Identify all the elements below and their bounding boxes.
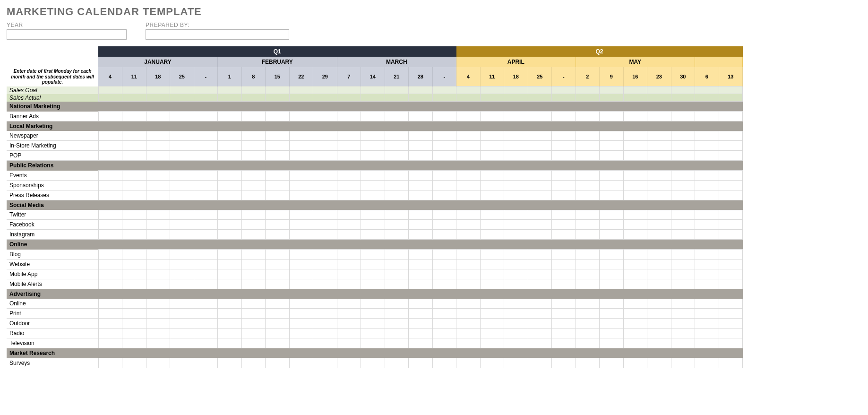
grid-cell[interactable]: [623, 259, 647, 269]
grid-cell[interactable]: [337, 319, 361, 329]
grid-cell[interactable]: [122, 269, 146, 279]
grid-cell[interactable]: [289, 131, 313, 141]
grid-cell[interactable]: [719, 250, 743, 259]
grid-cell[interactable]: [480, 279, 504, 289]
grid-cell[interactable]: [194, 151, 218, 161]
grid-cell[interactable]: [241, 250, 266, 259]
grid-cell[interactable]: [170, 279, 194, 289]
grid-cell[interactable]: [432, 151, 456, 161]
grid-cell[interactable]: [289, 230, 313, 240]
grid-cell[interactable]: [194, 180, 218, 190]
grid-cell[interactable]: [385, 94, 409, 102]
grid-cell[interactable]: [241, 171, 266, 181]
grid-cell[interactable]: [623, 299, 647, 309]
grid-cell[interactable]: [146, 230, 170, 240]
grid-cell[interactable]: [98, 259, 122, 269]
grid-cell[interactable]: [266, 358, 290, 368]
grid-cell[interactable]: [385, 230, 409, 240]
grid-cell[interactable]: [528, 319, 552, 329]
grid-cell[interactable]: [576, 131, 600, 141]
grid-cell[interactable]: [98, 86, 122, 94]
grid-cell[interactable]: [623, 220, 647, 230]
grid-cell[interactable]: [98, 299, 122, 309]
grid-cell[interactable]: [409, 250, 433, 259]
grid-cell[interactable]: [576, 230, 600, 240]
grid-cell[interactable]: [313, 279, 337, 289]
grid-cell[interactable]: [647, 269, 671, 279]
grid-cell[interactable]: [241, 131, 266, 141]
grid-cell[interactable]: [170, 141, 194, 151]
grid-cell[interactable]: [194, 329, 218, 338]
grid-cell[interactable]: [266, 220, 290, 230]
grid-cell[interactable]: [647, 319, 671, 329]
grid-cell[interactable]: [719, 220, 743, 230]
grid-cell[interactable]: [576, 319, 600, 329]
grid-cell[interactable]: [600, 259, 624, 269]
grid-cell[interactable]: [552, 171, 576, 181]
grid-cell[interactable]: [504, 358, 528, 368]
grid-cell[interactable]: [695, 151, 719, 161]
grid-cell[interactable]: [409, 319, 433, 329]
grid-cell[interactable]: [528, 180, 552, 190]
grid-cell[interactable]: [504, 319, 528, 329]
grid-cell[interactable]: [194, 141, 218, 151]
grid-cell[interactable]: [480, 250, 504, 259]
grid-cell[interactable]: [241, 269, 266, 279]
grid-cell[interactable]: [480, 329, 504, 338]
grid-cell[interactable]: [695, 180, 719, 190]
grid-cell[interactable]: [266, 190, 290, 200]
grid-cell[interactable]: [695, 329, 719, 338]
grid-cell[interactable]: [313, 210, 337, 220]
grid-cell[interactable]: [671, 220, 695, 230]
grid-cell[interactable]: [695, 338, 719, 348]
grid-cell[interactable]: [600, 171, 624, 181]
grid-cell[interactable]: [170, 210, 194, 220]
grid-cell[interactable]: [456, 250, 481, 259]
grid-cell[interactable]: [528, 86, 552, 94]
grid-cell[interactable]: [623, 131, 647, 141]
grid-cell[interactable]: [456, 220, 481, 230]
grid-cell[interactable]: [98, 329, 122, 338]
grid-cell[interactable]: [623, 190, 647, 200]
grid-cell[interactable]: [552, 210, 576, 220]
grid-cell[interactable]: [385, 210, 409, 220]
grid-cell[interactable]: [385, 269, 409, 279]
grid-cell[interactable]: [576, 338, 600, 348]
grid-cell[interactable]: [194, 269, 218, 279]
grid-cell[interactable]: [98, 112, 122, 121]
grid-cell[interactable]: [528, 190, 552, 200]
grid-cell[interactable]: [194, 230, 218, 240]
grid-cell[interactable]: [361, 269, 385, 279]
grid-cell[interactable]: [432, 309, 456, 319]
grid-cell[interactable]: [218, 319, 242, 329]
grid-cell[interactable]: [313, 180, 337, 190]
grid-cell[interactable]: [98, 151, 122, 161]
grid-cell[interactable]: [600, 319, 624, 329]
grid-cell[interactable]: [528, 269, 552, 279]
grid-cell[interactable]: [241, 210, 266, 220]
grid-cell[interactable]: [241, 358, 266, 368]
grid-cell[interactable]: [385, 259, 409, 269]
grid-cell[interactable]: [456, 329, 481, 338]
grid-cell[interactable]: [695, 358, 719, 368]
grid-cell[interactable]: [385, 358, 409, 368]
grid-cell[interactable]: [432, 112, 456, 121]
grid-cell[interactable]: [432, 338, 456, 348]
grid-cell[interactable]: [600, 299, 624, 309]
grid-cell[interactable]: [98, 309, 122, 319]
grid-cell[interactable]: [170, 299, 194, 309]
grid-cell[interactable]: [385, 180, 409, 190]
grid-cell[interactable]: [647, 329, 671, 338]
grid-cell[interactable]: [313, 250, 337, 259]
grid-cell[interactable]: [170, 329, 194, 338]
grid-cell[interactable]: [695, 210, 719, 220]
grid-cell[interactable]: [647, 86, 671, 94]
grid-cell[interactable]: [313, 86, 337, 94]
grid-cell[interactable]: [337, 112, 361, 121]
grid-cell[interactable]: [576, 309, 600, 319]
grid-cell[interactable]: [671, 180, 695, 190]
grid-cell[interactable]: [218, 358, 242, 368]
grid-cell[interactable]: [576, 94, 600, 102]
grid-cell[interactable]: [623, 151, 647, 161]
grid-cell[interactable]: [337, 171, 361, 181]
